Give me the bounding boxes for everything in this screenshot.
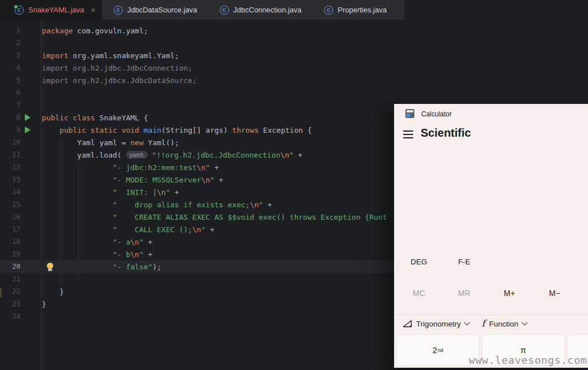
code-token: " drop alias if exists exec; xyxy=(113,201,250,209)
code-token: Exception { xyxy=(259,126,312,134)
gutter xyxy=(20,99,42,111)
line-number: 21 xyxy=(0,275,20,283)
tab-jdbcconnection-java[interactable]: CJdbcConnection.java xyxy=(209,0,313,20)
tab-label: SnakeYAML.java xyxy=(28,6,84,14)
code-token: \n xyxy=(201,176,210,184)
code-token: \n xyxy=(157,188,166,197)
gutter xyxy=(20,111,42,124)
code-token: + xyxy=(170,188,179,197)
code-token: \n xyxy=(197,163,206,172)
line-number: 23 xyxy=(0,300,20,308)
line-number: 5 xyxy=(0,76,20,84)
line-number: 14 xyxy=(0,188,20,196)
code-token xyxy=(42,201,113,209)
code-token: "- a xyxy=(113,238,130,246)
tab-snakeyaml-java[interactable]: CSnakeYAML.java× xyxy=(0,0,102,20)
function-dropdown[interactable]: f Function xyxy=(482,320,527,328)
gutter xyxy=(20,260,42,273)
code-text[interactable]: package com.govuln.yaml; xyxy=(42,27,588,35)
line-number: 11 xyxy=(0,151,20,159)
memory-row: MCMRM+M− xyxy=(396,285,577,302)
code-token: + xyxy=(206,225,215,234)
gutter xyxy=(20,236,42,248)
angle-unit-button[interactable]: DEG xyxy=(396,253,442,270)
gutter xyxy=(20,49,42,62)
code-token: import org.h2.jdbcx.JdbcDataSource; xyxy=(42,76,197,85)
code-token: + xyxy=(210,163,219,172)
code-text[interactable]: import org.yaml.snakeyaml.Yaml; xyxy=(42,51,588,60)
trigonometry-label: Trigonometry xyxy=(416,320,461,328)
code-line-3: 3import org.yaml.snakeyaml.Yaml; xyxy=(0,49,588,62)
line-number: 17 xyxy=(0,225,20,233)
chevron-down-icon xyxy=(522,320,528,325)
line-number: 16 xyxy=(0,213,20,221)
line-number: 8 xyxy=(0,114,20,121)
run-overlay-icon xyxy=(14,5,18,9)
gutter xyxy=(20,186,42,198)
gutter xyxy=(20,62,42,74)
line-number: 2 xyxy=(0,39,20,47)
gutter xyxy=(20,248,42,260)
code-token: + xyxy=(144,250,153,259)
line-number: 1 xyxy=(0,27,20,34)
code-token xyxy=(42,126,59,134)
code-token xyxy=(42,225,113,234)
code-token: SnakeYAML { xyxy=(95,114,148,122)
fe-button[interactable]: F-E xyxy=(442,253,487,270)
run-icon[interactable] xyxy=(25,127,31,133)
code-token: Yaml yaml = xyxy=(42,138,131,147)
memory-m[interactable]: M+ xyxy=(487,285,532,302)
code-token: + xyxy=(144,238,153,246)
function-dropdown-row: Trigonometry f Function xyxy=(403,317,527,330)
code-token: + xyxy=(263,201,272,209)
trigonometry-dropdown[interactable]: Trigonometry xyxy=(403,320,469,328)
function-icon: f xyxy=(482,320,485,328)
gutter xyxy=(20,273,42,285)
code-token: new xyxy=(131,138,144,147)
tab-label: JdbcDataSource.java xyxy=(127,6,197,14)
code-token: public static void xyxy=(59,126,139,134)
gutter xyxy=(20,124,42,136)
code-token: "- jdbc:h2:mem:test xyxy=(113,163,197,172)
code-token xyxy=(42,163,113,172)
memory-mc[interactable]: MC xyxy=(396,285,442,302)
memory-m[interactable]: M− xyxy=(532,285,577,302)
gutter xyxy=(20,24,42,37)
code-token: " INIT: | xyxy=(113,188,157,197)
key-second-function[interactable]: 2nd xyxy=(396,334,479,366)
tab-jdbcdatasource-java[interactable]: CJdbcDataSource.java xyxy=(102,0,209,20)
code-text[interactable]: import org.h2.jdbcx.JdbcDataSource; xyxy=(42,76,588,85)
memory-mr[interactable]: MR xyxy=(442,285,487,302)
run-icon[interactable] xyxy=(25,114,31,121)
mode-row: DEG F-E xyxy=(396,253,487,270)
code-token xyxy=(42,250,113,259)
line-number: 13 xyxy=(0,176,20,184)
gutter xyxy=(20,211,42,223)
code-token: " xyxy=(201,225,206,234)
gutter xyxy=(20,198,42,211)
code-token: " xyxy=(139,250,144,259)
line-number: 18 xyxy=(0,238,20,246)
gutter xyxy=(20,149,42,161)
code-token: } xyxy=(42,288,64,296)
code-token: main xyxy=(144,126,161,134)
tab-properties-java[interactable]: CProperties.java xyxy=(313,0,398,20)
code-text[interactable]: import org.h2.jdbc.JdbcConnection; xyxy=(42,64,588,72)
code-token: " CREATE ALIAS EXEC AS $$void exec() thr… xyxy=(113,213,387,221)
lightbulb-icon[interactable] xyxy=(47,263,53,271)
tab-label: JdbcConnection.java xyxy=(234,6,302,14)
code-token xyxy=(42,238,113,246)
gutter xyxy=(20,161,42,173)
gutter xyxy=(20,285,42,298)
code-line-1: 1package com.govuln.yaml; xyxy=(0,24,588,37)
java-class-icon: C xyxy=(324,6,333,15)
code-token: "- false" xyxy=(113,263,152,271)
code-token: \n xyxy=(131,238,140,246)
hamburger-menu-icon[interactable] xyxy=(403,130,413,141)
line-number: 3 xyxy=(0,51,20,59)
close-icon[interactable]: × xyxy=(91,6,96,14)
code-line-2: 2 xyxy=(0,37,588,49)
gutter xyxy=(20,136,42,149)
chevron-down-icon xyxy=(464,320,470,325)
code-token: Yaml(); xyxy=(144,138,179,147)
